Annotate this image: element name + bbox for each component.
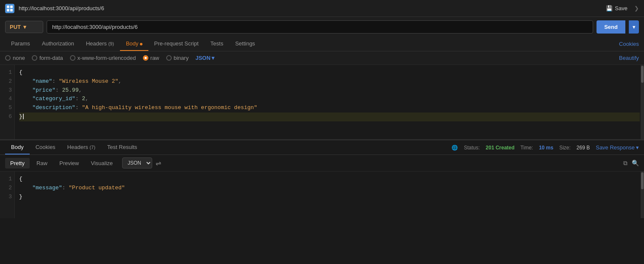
resp-line-3: } [19,193,640,202]
status-code: 201 Created [486,145,515,151]
beautify-button[interactable]: Beautify [619,55,639,61]
response-tab-body[interactable]: Body [5,140,30,154]
tab-authorization[interactable]: Authorization [36,37,80,51]
svg-rect-3 [10,9,13,11]
response-format-row: Pretty Raw Preview Visualize JSON XML HT… [0,155,644,171]
line-numbers: 1 2 3 4 5 6 [0,65,15,139]
size-value: 269 B [577,145,590,151]
tab-headers[interactable]: Headers (9) [80,37,120,51]
url-input[interactable] [47,20,593,34]
save-icon: 💾 [606,5,613,11]
top-bar: http://localhost:3000/api/products/6 💾 S… [0,0,644,17]
method-dropdown-icon: ▾ [23,24,26,30]
tab-body[interactable]: Body [120,37,148,51]
response-tab-cookies[interactable]: Cookies [30,140,61,154]
response-line-numbers: 1 2 3 [0,171,15,218]
radio-form-data [32,55,37,61]
request-tabs: Params Authorization Headers (9) Body Pr… [0,37,644,51]
send-dropdown-button[interactable]: ▾ [629,20,639,34]
svg-rect-2 [7,9,9,11]
response-tab-headers[interactable]: Headers (7) [61,140,101,154]
option-none[interactable]: none [5,55,25,61]
time-label: Time: [521,145,533,151]
response-code-area: 1 2 3 { "message": "Product updated" } [0,171,644,218]
request-body-editor[interactable]: 1 2 3 4 5 6 { "name": "Wireless Mouse 2"… [0,65,644,139]
code-body[interactable]: { "name": "Wireless Mouse 2", "price": 2… [15,65,644,139]
radio-urlencoded [70,55,75,61]
url-row: PUT ▾ Send ▾ [0,17,644,37]
format-raw[interactable]: Raw [31,158,53,169]
send-button[interactable]: Send [597,20,625,34]
response-section: Body Cookies Headers (7) Test Results 🌐 … [0,140,644,218]
svg-rect-0 [7,6,9,8]
cookies-link-container: Cookies [619,41,639,47]
resp-line-2: "message": "Product updated" [19,184,640,193]
app-icon [5,4,14,13]
save-response-button[interactable]: Save Response ▾ [596,144,639,151]
radio-raw [143,55,148,61]
response-json-selector[interactable]: JSON XML HTML Text [122,157,152,169]
json-type-selector[interactable]: JSON ▾ [195,55,215,61]
editor-scrollbar[interactable] [641,65,644,139]
save-response-dropdown-icon: ▾ [636,144,639,151]
tab-pre-request[interactable]: Pre-request Script [148,37,205,51]
code-line-2: "name": "Wireless Mouse 2", [19,77,640,86]
time-value: 10 ms [539,145,553,151]
response-status-bar: 🌐 Status: 201 Created Time: 10 ms Size: … [452,144,639,151]
option-raw[interactable]: raw [143,55,159,61]
method-label: PUT [10,24,21,30]
json-dropdown-icon: ▾ [212,55,215,61]
response-tab-test-results[interactable]: Test Results [101,140,143,154]
filter-icon[interactable]: ⇌ [156,159,161,167]
response-scrollbar-thumb [641,172,644,189]
response-action-icons: ⧉ 🔍 [623,160,639,167]
cookies-link[interactable]: Cookies [619,41,639,47]
option-form-data[interactable]: form-data [32,55,63,61]
editor-scrollbar-thumb [641,66,644,83]
code-line-1: { [19,68,640,77]
top-url-display: http://localhost:3000/api/products/6 [19,5,602,11]
format-preview[interactable]: Preview [54,158,84,169]
side-panel-toggle[interactable]: ❯ [634,5,639,11]
format-pretty[interactable]: Pretty [5,158,30,169]
top-actions: 💾 Save ❯ [606,5,639,11]
globe-icon: 🌐 [452,145,458,151]
tab-params[interactable]: Params [5,37,36,51]
resp-line-1: { [19,175,640,184]
status-label: Status: [464,145,480,151]
option-binary[interactable]: binary [166,55,189,61]
code-line-6: } [19,112,640,121]
body-dot [140,43,142,45]
tab-tests[interactable]: Tests [204,37,229,51]
format-visualize[interactable]: Visualize [86,158,118,169]
radio-binary [166,55,172,61]
tab-settings[interactable]: Settings [229,37,261,51]
method-selector[interactable]: PUT ▾ [5,21,43,33]
response-scrollbar[interactable] [641,171,644,218]
size-label: Size: [559,145,571,151]
option-urlencoded[interactable]: x-www-form-urlencoded [70,55,136,61]
radio-none [5,55,11,61]
response-tabs: Body Cookies Headers (7) Test Results 🌐 … [0,140,644,155]
code-line-5: "description": "A high-quality wireless … [19,104,640,112]
search-icon[interactable]: 🔍 [632,160,639,167]
body-options: none form-data x-www-form-urlencoded raw… [0,51,644,65]
request-section: PUT ▾ Send ▾ Params Authorization Header… [0,17,644,140]
code-line-3: "price": 25.99, [19,86,640,95]
svg-rect-1 [10,6,13,8]
response-code-content: { "message": "Product updated" } [15,171,644,218]
copy-icon[interactable]: ⧉ [623,160,627,167]
save-button-top[interactable]: 💾 Save [606,5,627,11]
code-line-4: "category_id": 2, [19,95,640,104]
